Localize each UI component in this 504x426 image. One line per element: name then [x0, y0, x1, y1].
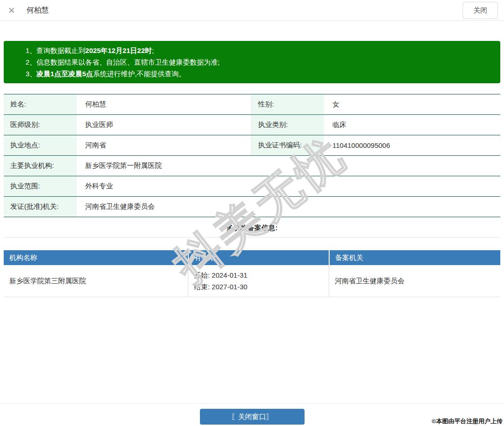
close-button[interactable]: 关闭: [463, 2, 498, 19]
table-row: 新乡医学院第三附属医院 开始: 2024-01-31 结束: 2027-01-3…: [4, 265, 500, 297]
field-label-practice-category: 执业类别:: [251, 115, 324, 135]
column-header-validity: 有效期: [189, 250, 329, 265]
doctor-details-table: 姓名: 何柏慧 性别: 女 医师级别: 执业医师 执业类别: 临床 执业地点: …: [4, 94, 500, 217]
table-row: 主要执业机构: 新乡医学院第一附属医院: [4, 156, 500, 176]
dialog-header: ✕ 何柏慧 关闭: [0, 0, 504, 21]
field-value-gender: 女: [324, 94, 500, 114]
field-label-issuing-authority: 发证(批准)机关:: [4, 197, 77, 217]
field-value-name: 何柏慧: [77, 94, 251, 114]
table-row: 医师级别: 执业医师 执业类别: 临床: [4, 115, 500, 135]
copyright-watermark: ©本图由平台注册用户上传: [431, 417, 503, 426]
field-value-main-institution: 新乡医学院第一附属医院: [77, 156, 500, 176]
field-label-doctor-level: 医师级别:: [4, 115, 77, 135]
notice-box: 1、查询数据截止到2025年12月21日22时; 2、信息数据结果以各省、自治区…: [4, 41, 500, 83]
close-window-button[interactable]: 〖关闭窗口〗: [200, 409, 305, 425]
section-title-multi-institution: 多机构备案信息:: [0, 224, 504, 233]
cell-validity: 开始: 2024-01-31 结束: 2027-01-30: [188, 265, 329, 297]
field-value-practice-category: 临床: [324, 115, 500, 135]
notice-line: 3、凌晨1点至凌晨5点系统进行维护,不能提供查询。: [26, 68, 493, 80]
cell-filing-authority: 河南省卫生健康委员会: [329, 265, 500, 297]
field-label-practice-scope: 执业范围:: [4, 176, 77, 196]
divider: [4, 237, 500, 238]
notice-line: 2、信息数据结果以各省、自治区、直辖市卫生健康委数据为准;: [26, 56, 493, 68]
dialog-page: ✕ 何柏慧 关闭 1、查询数据截止到2025年12月21日22时; 2、信息数据…: [0, 0, 504, 426]
column-header-filing-authority: 备案机关: [330, 250, 500, 265]
dialog-footer: 〖关闭窗口〗: [0, 403, 504, 426]
validity-start: 开始: 2024-01-31: [194, 269, 329, 281]
table-row: 姓名: 何柏慧 性别: 女: [4, 94, 500, 115]
close-x-icon[interactable]: ✕: [8, 6, 15, 15]
notice-line: 1、查询数据截止到2025年12月21日22时;: [26, 45, 493, 56]
field-label-practice-location: 执业地点:: [4, 135, 77, 155]
column-header-institution-name: 机构名称: [4, 250, 188, 265]
field-value-practice-scope: 外科专业: [77, 176, 500, 196]
cell-institution-name: 新乡医学院第三附属医院: [4, 265, 188, 297]
field-label-name: 姓名:: [4, 94, 77, 114]
page-title: 何柏慧: [27, 6, 49, 15]
institutions-table: 机构名称 有效期 备案机关 新乡医学院第三附属医院 开始: 2024-01-31…: [4, 250, 500, 297]
field-value-doctor-level: 执业医师: [77, 115, 251, 135]
field-label-main-institution: 主要执业机构:: [4, 156, 77, 176]
validity-end: 结束: 2027-01-30: [194, 281, 329, 293]
table-row: 执业地点: 河南省 执业证书编码: 110410000095006: [4, 135, 500, 156]
field-value-issuing-authority: 河南省卫生健康委员会: [77, 197, 500, 217]
field-value-certificate-code: 110410000095006: [324, 135, 500, 155]
table-row: 发证(批准)机关: 河南省卫生健康委员会: [4, 197, 500, 217]
field-label-certificate-code: 执业证书编码:: [251, 135, 324, 155]
institutions-table-header: 机构名称 有效期 备案机关: [4, 250, 500, 265]
field-value-practice-location: 河南省: [77, 135, 251, 155]
table-row: 执业范围: 外科专业: [4, 176, 500, 197]
field-label-gender: 性别:: [251, 94, 324, 114]
